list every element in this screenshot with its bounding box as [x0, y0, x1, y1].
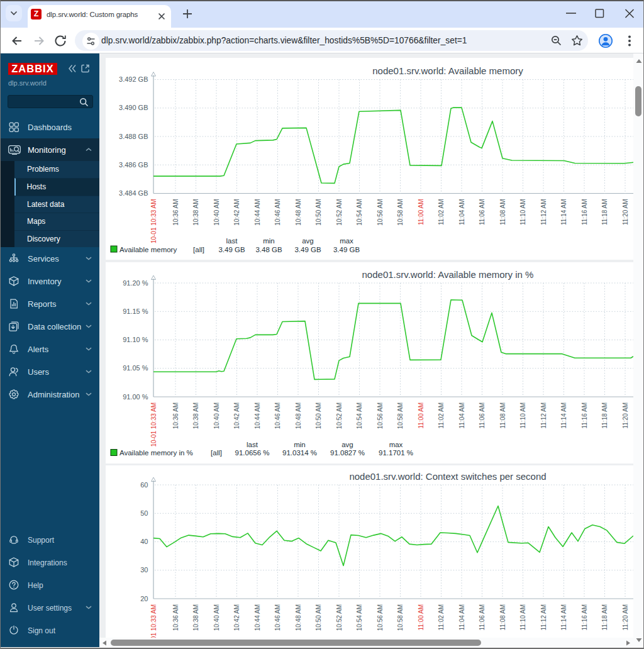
svg-text:11:08 AM: 11:08 AM — [499, 402, 506, 429]
svg-text:91.10 %: 91.10 % — [123, 336, 148, 343]
svg-text:3.48 GB: 3.48 GB — [255, 246, 282, 253]
svg-text:11:12 AM: 11:12 AM — [540, 604, 547, 631]
svg-text:11:08 AM: 11:08 AM — [499, 604, 506, 631]
svg-text:10:40 AM: 10:40 AM — [213, 199, 220, 226]
svg-text:10:46 AM: 10:46 AM — [274, 199, 281, 226]
svg-text:11:02 AM: 11:02 AM — [438, 604, 445, 631]
svg-text:11:10 AM: 11:10 AM — [519, 604, 526, 631]
svg-text:10:42 AM: 10:42 AM — [233, 199, 240, 226]
svg-text:10:36 AM: 10:36 AM — [172, 604, 179, 631]
svg-text:10:54 AM: 10:54 AM — [356, 402, 363, 429]
svg-text:11:02 AM: 11:02 AM — [438, 199, 445, 226]
svg-text:91.20 %: 91.20 % — [123, 279, 148, 286]
svg-text:11:06 AM: 11:06 AM — [479, 604, 486, 631]
svg-text:91.0827 %: 91.0827 % — [330, 449, 365, 457]
svg-text:91.0314 %: 91.0314 % — [282, 449, 317, 457]
svg-text:11:08 AM: 11:08 AM — [499, 199, 506, 226]
svg-text:11:12 AM: 11:12 AM — [540, 402, 547, 429]
svg-text:11:06 AM: 11:06 AM — [479, 199, 486, 226]
svg-text:avg: avg — [302, 237, 314, 245]
svg-text:10:54 AM: 10:54 AM — [356, 199, 363, 226]
svg-text:[all]: [all] — [193, 246, 204, 253]
svg-text:max: max — [389, 440, 403, 448]
svg-text:11:10 AM: 11:10 AM — [519, 199, 526, 226]
svg-text:10:48 AM: 10:48 AM — [295, 604, 302, 631]
svg-text:11:14 AM: 11:14 AM — [560, 199, 567, 226]
svg-text:10:54 AM: 10:54 AM — [356, 604, 363, 631]
svg-text:30: 30 — [140, 566, 148, 574]
svg-text:91.05 %: 91.05 % — [123, 364, 148, 372]
svg-text:10:56 AM: 10:56 AM — [377, 199, 384, 226]
svg-text:10:44 AM: 10:44 AM — [254, 604, 261, 631]
svg-text:91.0656 %: 91.0656 % — [235, 449, 270, 457]
svg-text:10:36 AM: 10:36 AM — [172, 199, 179, 226]
svg-text:10:58 AM: 10:58 AM — [397, 199, 404, 226]
svg-text:11:20 AM: 11:20 AM — [622, 604, 629, 631]
svg-text:11:04 AM: 11:04 AM — [458, 402, 465, 429]
svg-text:91.1701 %: 91.1701 % — [379, 449, 413, 457]
svg-text:11:18 AM: 11:18 AM — [601, 402, 608, 429]
svg-text:10:52 AM: 10:52 AM — [336, 604, 343, 631]
svg-text:10:52 AM: 10:52 AM — [336, 402, 343, 429]
svg-text:10:56 AM: 10:56 AM — [377, 604, 384, 631]
svg-text:11:14 AM: 11:14 AM — [560, 604, 567, 631]
svg-text:[all]: [all] — [211, 449, 222, 457]
svg-text:11:16 AM: 11:16 AM — [581, 402, 588, 429]
svg-text:11:02 AM: 11:02 AM — [438, 402, 445, 429]
svg-text:91.15 %: 91.15 % — [123, 307, 148, 314]
svg-text:10:38 AM: 10:38 AM — [192, 604, 199, 631]
svg-text:10:46 AM: 10:46 AM — [274, 604, 281, 631]
svg-text:node01.srv.world: Available me: node01.srv.world: Available memory — [372, 65, 523, 76]
svg-text:20: 20 — [140, 594, 148, 602]
svg-text:91.00 %: 91.00 % — [123, 392, 148, 400]
svg-text:11:00 AM: 11:00 AM — [418, 402, 425, 429]
svg-text:10:40 AM: 10:40 AM — [213, 604, 220, 631]
svg-text:11:04 AM: 11:04 AM — [458, 604, 465, 631]
svg-text:3.488 GB: 3.488 GB — [119, 133, 148, 140]
svg-text:3.492 GB: 3.492 GB — [119, 75, 148, 83]
svg-text:10:50 AM: 10:50 AM — [315, 199, 322, 226]
svg-text:min: min — [294, 440, 306, 448]
svg-text:10:38 AM: 10:38 AM — [192, 402, 199, 429]
svg-text:10:40 AM: 10:40 AM — [213, 402, 220, 429]
svg-text:10:42 AM: 10:42 AM — [233, 604, 240, 631]
svg-text:60: 60 — [140, 480, 148, 488]
svg-text:10:44 AM: 10:44 AM — [254, 402, 261, 429]
svg-text:10:48 AM: 10:48 AM — [295, 402, 302, 429]
svg-text:11:14 AM: 11:14 AM — [560, 402, 567, 429]
svg-text:10:58 AM: 10:58 AM — [397, 604, 404, 631]
svg-text:last: last — [226, 237, 238, 245]
svg-text:10:38 AM: 10:38 AM — [192, 199, 199, 226]
svg-text:node01.srv.world: Available me: node01.srv.world: Available memory in % — [362, 269, 534, 279]
svg-text:40: 40 — [140, 538, 148, 545]
svg-text:10:50 AM: 10:50 AM — [315, 604, 322, 631]
svg-text:11:16 AM: 11:16 AM — [581, 199, 588, 226]
svg-text:10:52 AM: 10:52 AM — [336, 199, 343, 226]
svg-text:50: 50 — [140, 509, 148, 516]
svg-text:10-01 10:33 AM: 10-01 10:33 AM — [150, 604, 157, 638]
svg-text:10:56 AM: 10:56 AM — [377, 402, 384, 429]
svg-text:10:36 AM: 10:36 AM — [172, 402, 179, 429]
svg-text:11:18 AM: 11:18 AM — [601, 199, 608, 226]
svg-text:11:12 AM: 11:12 AM — [540, 199, 547, 226]
svg-text:10:50 AM: 10:50 AM — [315, 402, 322, 429]
svg-text:max: max — [340, 237, 353, 245]
svg-text:10-01 10:33 AM: 10-01 10:33 AM — [150, 199, 157, 244]
svg-text:11:18 AM: 11:18 AM — [601, 604, 608, 631]
svg-text:3.49 GB: 3.49 GB — [294, 246, 321, 253]
svg-text:3.486 GB: 3.486 GB — [119, 161, 148, 169]
svg-text:11:20 AM: 11:20 AM — [622, 402, 629, 429]
svg-text:10:48 AM: 10:48 AM — [295, 199, 302, 226]
svg-text:11:16 AM: 11:16 AM — [581, 604, 588, 631]
svg-text:11:04 AM: 11:04 AM — [458, 199, 465, 226]
svg-text:10:44 AM: 10:44 AM — [254, 199, 261, 226]
svg-text:avg: avg — [341, 440, 353, 448]
svg-text:3.49 GB: 3.49 GB — [218, 246, 245, 253]
svg-text:Available memory: Available memory — [119, 246, 177, 253]
svg-text:11:10 AM: 11:10 AM — [519, 402, 526, 429]
svg-text:min: min — [263, 237, 275, 245]
svg-text:Available memory in %: Available memory in % — [119, 449, 193, 457]
svg-text:3.49 GB: 3.49 GB — [333, 246, 360, 253]
svg-text:node01.srv.world: Context swit: node01.srv.world: Context switches per s… — [349, 470, 546, 481]
svg-text:11:20 AM: 11:20 AM — [622, 199, 629, 226]
